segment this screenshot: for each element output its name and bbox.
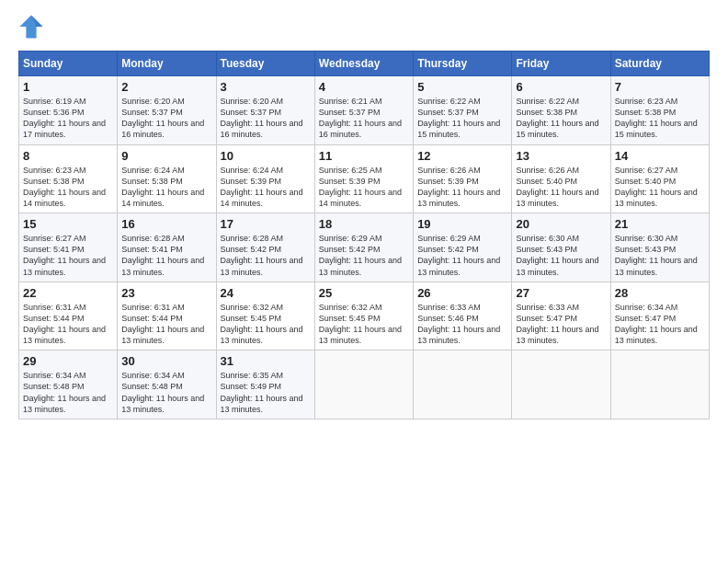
calendar-day-cell: 27Sunrise: 6:33 AM Sunset: 5:47 PM Dayli… — [512, 282, 610, 350]
day-number: 31 — [221, 354, 311, 368]
day-number: 17 — [221, 217, 311, 231]
day-detail: Sunrise: 6:20 AM Sunset: 5:37 PM Dayligh… — [221, 96, 311, 141]
calendar-day-cell: 9Sunrise: 6:24 AM Sunset: 5:38 PM Daylig… — [118, 144, 216, 213]
calendar-day-cell: 17Sunrise: 6:28 AM Sunset: 5:42 PM Dayli… — [216, 213, 314, 282]
day-number: 9 — [121, 149, 211, 163]
day-number: 16 — [121, 217, 211, 231]
day-number: 5 — [417, 80, 507, 94]
calendar-day-cell: 23Sunrise: 6:31 AM Sunset: 5:44 PM Dayli… — [118, 282, 216, 350]
day-number: 15 — [23, 217, 113, 231]
day-number: 8 — [23, 149, 113, 163]
calendar-day-cell: 30Sunrise: 6:34 AM Sunset: 5:48 PM Dayli… — [118, 350, 216, 419]
day-number: 7 — [615, 80, 705, 94]
day-number: 30 — [121, 354, 211, 368]
calendar-week-row: 8Sunrise: 6:23 AM Sunset: 5:38 PM Daylig… — [19, 144, 710, 213]
day-number: 4 — [319, 80, 409, 94]
day-detail: Sunrise: 6:28 AM Sunset: 5:42 PM Dayligh… — [221, 233, 311, 278]
day-number: 14 — [615, 149, 705, 163]
day-detail: Sunrise: 6:34 AM Sunset: 5:48 PM Dayligh… — [23, 370, 113, 415]
day-detail: Sunrise: 6:22 AM Sunset: 5:37 PM Dayligh… — [417, 96, 507, 141]
calendar-day-cell: 6Sunrise: 6:22 AM Sunset: 5:38 PM Daylig… — [512, 76, 610, 145]
calendar-day-cell: 12Sunrise: 6:26 AM Sunset: 5:39 PM Dayli… — [414, 144, 512, 213]
day-detail: Sunrise: 6:29 AM Sunset: 5:42 PM Dayligh… — [319, 233, 409, 278]
calendar-day-cell — [610, 350, 709, 419]
calendar-day-cell: 24Sunrise: 6:32 AM Sunset: 5:45 PM Dayli… — [216, 282, 314, 350]
calendar-week-row: 1Sunrise: 6:19 AM Sunset: 5:36 PM Daylig… — [19, 76, 710, 145]
day-detail: Sunrise: 6:21 AM Sunset: 5:37 PM Dayligh… — [319, 96, 409, 141]
calendar-week-row: 29Sunrise: 6:34 AM Sunset: 5:48 PM Dayli… — [19, 350, 710, 419]
calendar-day-cell: 13Sunrise: 6:26 AM Sunset: 5:40 PM Dayli… — [512, 144, 610, 213]
day-number: 26 — [417, 286, 507, 300]
calendar-day-cell: 3Sunrise: 6:20 AM Sunset: 5:37 PM Daylig… — [216, 76, 314, 145]
day-number: 1 — [23, 80, 113, 94]
weekday-header: Saturday — [610, 52, 709, 76]
calendar-week-row: 22Sunrise: 6:31 AM Sunset: 5:44 PM Dayli… — [19, 282, 710, 350]
day-detail: Sunrise: 6:35 AM Sunset: 5:49 PM Dayligh… — [221, 370, 311, 415]
calendar-day-cell: 26Sunrise: 6:33 AM Sunset: 5:46 PM Dayli… — [414, 282, 512, 350]
day-number: 29 — [23, 354, 113, 368]
weekday-header: Wednesday — [314, 52, 413, 76]
page-container: SundayMondayTuesdayWednesdayThursdayFrid… — [0, 0, 728, 429]
day-detail: Sunrise: 6:31 AM Sunset: 5:44 PM Dayligh… — [121, 302, 211, 347]
day-number: 6 — [516, 80, 606, 94]
day-number: 10 — [221, 149, 311, 163]
calendar-day-cell — [314, 350, 413, 419]
calendar-day-cell: 21Sunrise: 6:30 AM Sunset: 5:43 PM Dayli… — [610, 213, 709, 282]
day-detail: Sunrise: 6:26 AM Sunset: 5:39 PM Dayligh… — [417, 165, 507, 210]
weekday-header: Thursday — [414, 52, 512, 76]
weekday-header: Friday — [512, 52, 610, 76]
day-detail: Sunrise: 6:27 AM Sunset: 5:41 PM Dayligh… — [23, 233, 113, 278]
day-detail: Sunrise: 6:34 AM Sunset: 5:48 PM Dayligh… — [121, 370, 211, 415]
calendar-day-cell: 28Sunrise: 6:34 AM Sunset: 5:47 PM Dayli… — [610, 282, 709, 350]
day-detail: Sunrise: 6:24 AM Sunset: 5:38 PM Dayligh… — [121, 165, 211, 210]
calendar-day-cell: 11Sunrise: 6:25 AM Sunset: 5:39 PM Dayli… — [314, 144, 413, 213]
day-detail: Sunrise: 6:30 AM Sunset: 5:43 PM Dayligh… — [615, 233, 705, 278]
calendar-day-cell: 19Sunrise: 6:29 AM Sunset: 5:42 PM Dayli… — [414, 213, 512, 282]
day-detail: Sunrise: 6:24 AM Sunset: 5:39 PM Dayligh… — [221, 165, 311, 210]
day-number: 3 — [221, 80, 311, 94]
day-detail: Sunrise: 6:31 AM Sunset: 5:44 PM Dayligh… — [23, 302, 113, 347]
weekday-header: Sunday — [19, 52, 118, 76]
calendar-week-row: 15Sunrise: 6:27 AM Sunset: 5:41 PM Dayli… — [19, 213, 710, 282]
day-detail: Sunrise: 6:23 AM Sunset: 5:38 PM Dayligh… — [23, 165, 113, 210]
day-detail: Sunrise: 6:32 AM Sunset: 5:45 PM Dayligh… — [221, 302, 311, 347]
day-number: 13 — [516, 149, 606, 163]
weekday-header: Monday — [118, 52, 216, 76]
calendar-day-cell: 7Sunrise: 6:23 AM Sunset: 5:38 PM Daylig… — [610, 76, 709, 145]
day-number: 21 — [615, 217, 705, 231]
day-number: 20 — [516, 217, 606, 231]
day-detail: Sunrise: 6:30 AM Sunset: 5:43 PM Dayligh… — [516, 233, 606, 278]
logo-icon — [18, 14, 44, 40]
calendar-day-cell: 22Sunrise: 6:31 AM Sunset: 5:44 PM Dayli… — [19, 282, 118, 350]
day-detail: Sunrise: 6:25 AM Sunset: 5:39 PM Dayligh… — [319, 165, 409, 210]
day-detail: Sunrise: 6:27 AM Sunset: 5:40 PM Dayligh… — [615, 165, 705, 210]
day-number: 12 — [417, 149, 507, 163]
day-number: 2 — [121, 80, 211, 94]
day-detail: Sunrise: 6:33 AM Sunset: 5:47 PM Dayligh… — [516, 302, 606, 347]
header — [18, 14, 710, 40]
day-detail: Sunrise: 6:22 AM Sunset: 5:38 PM Dayligh… — [516, 96, 606, 141]
day-number: 11 — [319, 149, 409, 163]
day-detail: Sunrise: 6:19 AM Sunset: 5:36 PM Dayligh… — [23, 96, 113, 141]
day-number: 22 — [23, 286, 113, 300]
calendar-day-cell: 16Sunrise: 6:28 AM Sunset: 5:41 PM Dayli… — [118, 213, 216, 282]
day-detail: Sunrise: 6:26 AM Sunset: 5:40 PM Dayligh… — [516, 165, 606, 210]
day-number: 18 — [319, 217, 409, 231]
day-detail: Sunrise: 6:20 AM Sunset: 5:37 PM Dayligh… — [121, 96, 211, 141]
day-number: 28 — [615, 286, 705, 300]
day-number: 24 — [221, 286, 311, 300]
day-number: 27 — [516, 286, 606, 300]
calendar-day-cell: 14Sunrise: 6:27 AM Sunset: 5:40 PM Dayli… — [610, 144, 709, 213]
calendar-day-cell: 5Sunrise: 6:22 AM Sunset: 5:37 PM Daylig… — [414, 76, 512, 145]
day-detail: Sunrise: 6:29 AM Sunset: 5:42 PM Dayligh… — [417, 233, 507, 278]
calendar-day-cell: 20Sunrise: 6:30 AM Sunset: 5:43 PM Dayli… — [512, 213, 610, 282]
day-detail: Sunrise: 6:33 AM Sunset: 5:46 PM Dayligh… — [417, 302, 507, 347]
day-detail: Sunrise: 6:34 AM Sunset: 5:47 PM Dayligh… — [615, 302, 705, 347]
calendar-day-cell: 10Sunrise: 6:24 AM Sunset: 5:39 PM Dayli… — [216, 144, 314, 213]
day-number: 23 — [121, 286, 211, 300]
calendar-day-cell: 8Sunrise: 6:23 AM Sunset: 5:38 PM Daylig… — [19, 144, 118, 213]
day-number: 25 — [319, 286, 409, 300]
day-number: 19 — [417, 217, 507, 231]
calendar-table: SundayMondayTuesdayWednesdayThursdayFrid… — [18, 51, 710, 419]
calendar-day-cell: 25Sunrise: 6:32 AM Sunset: 5:45 PM Dayli… — [314, 282, 413, 350]
